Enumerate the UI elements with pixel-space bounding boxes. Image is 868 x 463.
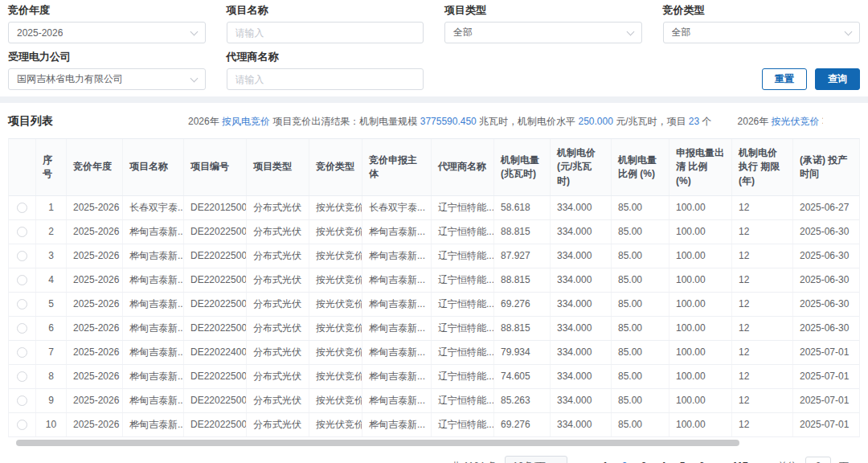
- agent-name-label: 代理商名称: [227, 51, 424, 63]
- cell: 辽宁恒特能...: [432, 365, 494, 388]
- cell: 334.000: [551, 413, 612, 436]
- cell: 分布式光伏: [247, 389, 309, 412]
- cell: 辽宁恒特能...: [432, 413, 494, 436]
- radio-button[interactable]: [17, 227, 27, 237]
- radio-button[interactable]: [17, 275, 27, 285]
- table-row: 12025-2026长春双宇泰...DE22012500...分布式光伏按光伏竞…: [9, 196, 859, 220]
- radio-button[interactable]: [17, 251, 27, 261]
- cell: 100.00: [669, 413, 732, 436]
- summary-text: 项目竞: [820, 116, 823, 127]
- project-name-input[interactable]: [235, 27, 416, 39]
- radio-button[interactable]: [17, 347, 27, 358]
- cell: 6: [36, 317, 67, 340]
- table-row: 32025-2026桦甸吉泰新...DE22022500...分布式光伏按光伏竞…: [9, 244, 859, 268]
- cell: 按光伏竞价: [309, 389, 362, 412]
- reset-button[interactable]: 重置: [762, 68, 807, 90]
- row-radio-cell: [9, 389, 36, 412]
- clearing-summary: 2026年 按风电竞价 项目竞价出清结果：机制电量规模 3775590.450 …: [188, 115, 823, 129]
- cell: 2025-07-01: [793, 341, 861, 364]
- cell: 分布式光伏: [247, 244, 309, 268]
- cell: 12: [732, 389, 793, 412]
- cell: 2025-2026: [67, 389, 123, 412]
- chevron-down-icon: [626, 27, 634, 35]
- pv-bid-link[interactable]: 按光伏竞价: [772, 116, 820, 127]
- table-row: 72025-2026桦甸吉泰新...DE22022400...分布式光伏按光伏竞…: [9, 341, 859, 365]
- cell: DE22012500...: [184, 196, 247, 219]
- radio-button[interactable]: [17, 203, 27, 213]
- cell: 桦甸吉泰新...: [123, 365, 184, 388]
- page-button[interactable]: 6: [693, 456, 710, 463]
- prev-page-button[interactable]: [575, 456, 588, 463]
- cell: 85.00: [612, 244, 669, 268]
- wind-bid-link[interactable]: 按风电竞价: [222, 116, 270, 127]
- bid-type-value: 全部: [672, 26, 691, 39]
- cell: 按光伏竞价: [309, 317, 362, 340]
- cell: 桦甸吉泰新...: [362, 293, 432, 316]
- scrollbar-thumb[interactable]: [16, 440, 739, 446]
- cell: DE22022500...: [184, 365, 247, 388]
- agent-name-input[interactable]: [235, 74, 416, 85]
- cell: 12: [732, 293, 793, 316]
- cell: 69.276: [494, 413, 551, 436]
- cell: 桦甸吉泰新...: [362, 413, 432, 436]
- page-button[interactable]: 1: [596, 456, 614, 463]
- cell: DE22022500...: [184, 244, 247, 268]
- cell: 分布式光伏: [247, 317, 309, 340]
- cell: 辽宁恒特能...: [432, 293, 494, 316]
- cell: 按光伏竞价: [309, 244, 362, 268]
- cell: 2025-2026: [67, 413, 123, 436]
- cell: 分布式光伏: [247, 413, 309, 436]
- cell: 长春双宇泰...: [123, 196, 184, 219]
- bid-year-select[interactable]: 2025-2026: [8, 22, 206, 43]
- page-button[interactable]: 4: [654, 456, 672, 463]
- column-header: 申报电量出清 比例 (%): [669, 139, 732, 195]
- cell: 桦甸吉泰新...: [123, 341, 184, 364]
- cell: 7: [36, 341, 67, 364]
- column-header: 项目类型: [247, 139, 309, 195]
- power-company-value: 国网吉林省电力有限公司: [17, 72, 123, 86]
- table-row: 52025-2026桦甸吉泰新...DE22022500...分布式光伏按光伏竞…: [9, 293, 859, 317]
- power-company-select[interactable]: 国网吉林省电力有限公司: [8, 68, 206, 90]
- filter-field-project-name: 项目名称: [227, 5, 424, 43]
- cell: 334.000: [551, 341, 612, 364]
- cell: 85.00: [612, 220, 669, 244]
- bid-type-label: 竞价类型: [663, 5, 861, 16]
- column-header: 项目名称: [123, 139, 184, 195]
- project-type-select[interactable]: 全部: [444, 22, 642, 43]
- cell: DE22022500...: [184, 268, 247, 292]
- radio-button[interactable]: [17, 420, 27, 430]
- filter-panel: 竞价年度 2025-2026 项目名称 项目类型 全部 竞价类型 全部: [0, 0, 868, 96]
- list-header: 项目列表 2026年 按风电竞价 项目竞价出清结果：机制电量规模 3775590…: [8, 113, 860, 130]
- section-title: 项目列表: [8, 114, 53, 129]
- project-name-label: 项目名称: [227, 5, 424, 16]
- cell: 74.605: [494, 365, 551, 388]
- cell: 2025-06-30: [793, 244, 861, 268]
- project-count-value: 23: [689, 116, 699, 127]
- radio-button[interactable]: [17, 371, 27, 382]
- page-ellipsis: ...: [712, 456, 730, 463]
- cell: 2025-2026: [67, 244, 123, 268]
- page-size-select[interactable]: 10条/页: [505, 456, 567, 463]
- goto-page-input[interactable]: [805, 457, 831, 463]
- cell: 按光伏竞价: [309, 268, 362, 292]
- project-type-label: 项目类型: [444, 5, 642, 16]
- cell: 334.000: [551, 196, 612, 219]
- bid-type-select[interactable]: 全部: [663, 22, 861, 43]
- cell: 2025-2026: [67, 317, 123, 340]
- bid-year-label: 竞价年度: [8, 5, 206, 16]
- page-button[interactable]: 117: [731, 456, 749, 463]
- radio-button[interactable]: [17, 395, 27, 406]
- cell: 4: [36, 268, 67, 292]
- page-button[interactable]: 5: [674, 456, 691, 463]
- radio-button[interactable]: [17, 299, 27, 309]
- cell: 12: [732, 413, 793, 436]
- page-button[interactable]: 3: [635, 456, 653, 463]
- page-button[interactable]: 2: [616, 456, 633, 463]
- radio-button[interactable]: [17, 323, 27, 334]
- search-button[interactable]: 查询: [815, 68, 860, 90]
- mechanism-price-value: 250.000: [578, 116, 612, 127]
- cell: 辽宁恒特能...: [432, 341, 494, 364]
- cell: 辽宁恒特能...: [432, 220, 494, 244]
- pager-pages: 123456...117: [596, 456, 749, 463]
- next-page-button[interactable]: [757, 456, 770, 463]
